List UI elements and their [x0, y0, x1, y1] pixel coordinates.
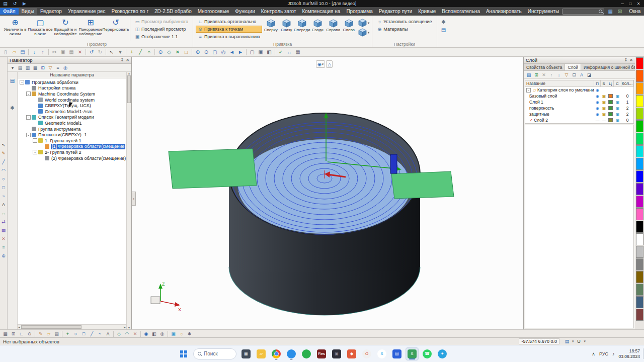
opera-app[interactable]: O [360, 347, 373, 360]
maximize-button[interactable]: □ [627, 1, 634, 7]
draw-line-icon[interactable]: ╱ [136, 48, 144, 56]
ucs-button[interactable]: △ [326, 60, 333, 68]
volume-icon[interactable]: ♪ [612, 351, 615, 356]
dropdown-caret[interactable]: ▾ [584, 339, 586, 343]
ortho-icon[interactable]: ∟ [18, 330, 25, 337]
color-cell[interactable] [607, 106, 614, 110]
save-icon[interactable]: ▤ [2, 1, 9, 7]
menu-item[interactable]: 2D-2.5D обрабо [151, 8, 195, 15]
lock-icon[interactable]: ▣ [601, 100, 607, 105]
wire-mode-icon[interactable]: ◎ [158, 330, 166, 337]
zoom-window-icon[interactable]: ▢ [211, 48, 219, 56]
res-app[interactable]: Res [315, 347, 328, 360]
arc-tool-icon[interactable]: ◠ [1, 167, 7, 173]
telegram-app[interactable]: ✈ [436, 347, 449, 360]
export-icon[interactable]: ↑ [39, 48, 47, 56]
line-tool-icon[interactable]: ╱ [1, 158, 7, 165]
view-back-button[interactable]: Сзади [310, 18, 326, 33]
menu-item[interactable]: Функции [232, 8, 258, 15]
lock-icon[interactable]: — [601, 118, 607, 123]
orange-app[interactable]: ◆ [345, 347, 358, 360]
tree-node[interactable]: -Плоскости(СВЕРХУ) -1 [18, 132, 126, 138]
params-icon[interactable]: ✱ [440, 18, 448, 26]
screen-icon[interactable]: ▣ [614, 106, 621, 111]
fill-color-icon[interactable]: ◪ [586, 71, 593, 78]
circle-tool-icon[interactable]: ○ [72, 330, 79, 337]
parameters-doc-icon[interactable]: ▤ [9, 77, 16, 84]
delete-tool-icon[interactable]: ✕ [131, 330, 139, 337]
tree-expander[interactable]: - [26, 115, 31, 120]
move-down-icon[interactable]: ↓ [555, 71, 562, 78]
left-fixture-plate[interactable] [169, 149, 257, 189]
menu-item[interactable]: Редактор пути [376, 8, 415, 15]
layer-category-row[interactable]: -▱Категория слоя по умолчанию◉ [525, 87, 633, 93]
start-button[interactable] [177, 347, 190, 360]
curve-tool-icon[interactable]: ~ [96, 330, 104, 337]
copy-icon[interactable]: ▣ [59, 48, 67, 56]
view-bottom-button[interactable]: Снизу [279, 18, 294, 33]
visibility-icon[interactable]: — [594, 118, 601, 123]
plane-lock-icon[interactable]: ▤ [564, 338, 571, 344]
mirror-tool-icon[interactable]: ⇄ [1, 218, 7, 225]
add-layer-icon[interactable]: ⊞ [533, 71, 540, 78]
zoom-next-icon[interactable]: ► [236, 48, 245, 56]
tray-chevron-icon[interactable]: ∧ [592, 351, 595, 356]
text-tool-icon[interactable]: A [1, 201, 7, 208]
right-fixture-plate[interactable] [391, 171, 454, 199]
layer-row[interactable]: Базовый слой◉▣▣0 [525, 93, 633, 99]
redraw-button[interactable]: ↺Перерисовать [103, 17, 128, 36]
rect-tool-icon[interactable]: □ [80, 330, 88, 337]
tree-node[interactable]: -Machine Coordinate System [18, 91, 126, 97]
lock-icon[interactable]: ▣ [601, 112, 607, 117]
menu-item[interactable]: Вспомогательна [439, 8, 483, 15]
list-view-icon[interactable]: ▤ [17, 64, 24, 71]
menu-item[interactable]: Инструменты [525, 8, 562, 15]
header-color[interactable]: Ц [607, 80, 614, 86]
menu-item[interactable]: Программа [343, 8, 375, 15]
display-settings-icon[interactable]: ▤ [440, 26, 448, 34]
snap-intersect-icon[interactable]: ✕ [174, 48, 182, 56]
measure-icon[interactable]: ↔ [285, 48, 293, 56]
view-right-button[interactable]: Справа [326, 18, 341, 33]
palette-color[interactable] [636, 145, 643, 157]
color-cell[interactable] [607, 118, 614, 122]
palette-color[interactable] [636, 70, 643, 82]
menu-item[interactable]: Кривые [415, 8, 439, 15]
viewport-3d-scene[interactable]: Z X [132, 57, 523, 329]
menu-item[interactable]: Рководство по г [108, 8, 151, 15]
tree-expander[interactable]: - [26, 133, 31, 137]
zoom-all-icon[interactable]: ◎ [219, 48, 227, 56]
screen-icon[interactable]: ▣ [614, 100, 621, 105]
confirm-icon[interactable]: ✓ [277, 48, 285, 56]
menu-item[interactable]: Многоосевые [195, 8, 232, 15]
snap-quadrant-icon[interactable]: ◇ [165, 48, 173, 56]
column-view-icon[interactable]: ▥ [24, 64, 31, 71]
pin-icon[interactable]: ↧ [624, 58, 628, 62]
select-mode-caret[interactable]: ▾ [116, 48, 124, 56]
tree-node[interactable]: Группа инструмента [18, 126, 126, 132]
menu-item[interactable]: Анализировать [483, 8, 525, 15]
chrome-app[interactable] [270, 347, 283, 360]
custom-view-button[interactable]: ▾ [358, 28, 370, 37]
layer-row[interactable]: поверхность◉▣▣2 [525, 105, 633, 111]
zoom-tool-icon[interactable]: ⊕ [1, 252, 7, 259]
menu-item[interactable]: Контроль загот [258, 8, 299, 15]
layer-filter-icon[interactable]: ▽ [563, 71, 570, 78]
orbit-view-button[interactable]: ◉▾ [316, 60, 325, 68]
palette-color[interactable] [636, 108, 643, 120]
visibility-icon[interactable]: ◉ [594, 88, 601, 93]
shade-mode-icon[interactable]: ◧ [150, 330, 158, 337]
view-front-button[interactable]: Спереди [294, 18, 310, 33]
tray-language[interactable]: РУС [599, 351, 608, 356]
save-icon[interactable]: ▤ [19, 48, 27, 56]
header-name[interactable]: Название [525, 80, 594, 86]
palette-color[interactable] [636, 120, 643, 132]
horizontal-scrollbar[interactable]: ◄ ► [18, 324, 126, 329]
minimize-button[interactable]: ─ [619, 1, 626, 7]
vertical-scrollbar[interactable]: ▲ ▼ [126, 72, 131, 329]
layers-icon[interactable]: ▱ [45, 330, 52, 337]
snap-ortho-option[interactable]: ∟Привязать ортогонально [196, 18, 262, 25]
tree-expander[interactable]: - [26, 92, 31, 96]
objects-icon[interactable]: ▤ [53, 330, 60, 337]
layer-panel-tab[interactable]: Слой [565, 64, 581, 70]
